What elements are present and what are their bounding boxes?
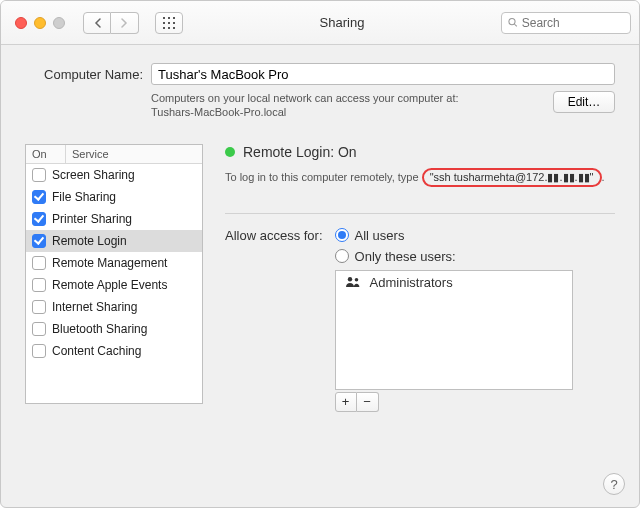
forward-button[interactable]: [111, 12, 139, 34]
svg-rect-1: [168, 17, 170, 19]
col-on: On: [26, 145, 66, 163]
allow-access-label: Allow access for:: [225, 228, 323, 243]
close-icon[interactable]: [15, 17, 27, 29]
people-icon: [344, 276, 362, 288]
service-checkbox[interactable]: [32, 278, 46, 292]
search-field[interactable]: [501, 12, 631, 34]
service-row[interactable]: Internet Sharing: [26, 296, 202, 318]
service-checkbox[interactable]: [32, 212, 46, 226]
add-user-button[interactable]: +: [335, 392, 357, 412]
service-name: File Sharing: [52, 190, 116, 204]
service-row[interactable]: Remote Apple Events: [26, 274, 202, 296]
login-instruction: To log in to this computer remotely, typ…: [225, 168, 615, 187]
radio-only-these-label: Only these users:: [355, 249, 456, 264]
grid-icon: [163, 17, 175, 29]
service-row[interactable]: Printer Sharing: [26, 208, 202, 230]
zoom-icon: [53, 17, 65, 29]
svg-rect-4: [168, 22, 170, 24]
computer-name-input[interactable]: [151, 63, 615, 85]
service-name: Screen Sharing: [52, 168, 135, 182]
show-all-button[interactable]: [155, 12, 183, 34]
subtext-line2: Tushars-MacBook-Pro.local: [151, 105, 553, 119]
service-row[interactable]: Screen Sharing: [26, 164, 202, 186]
remove-user-button[interactable]: −: [357, 392, 379, 412]
service-name: Bluetooth Sharing: [52, 322, 147, 336]
service-row[interactable]: Bluetooth Sharing: [26, 318, 202, 340]
traffic-lights: [15, 17, 65, 29]
service-row[interactable]: Content Caching: [26, 340, 202, 362]
svg-rect-5: [173, 22, 175, 24]
status-led-icon: [225, 147, 235, 157]
computer-name-row: Computer Name:: [25, 63, 615, 85]
service-name: Internet Sharing: [52, 300, 137, 314]
service-checkbox[interactable]: [32, 322, 46, 336]
nav-back-forward: [83, 12, 139, 34]
svg-line-10: [514, 24, 516, 26]
computer-name-subtext: Computers on your local network can acce…: [151, 91, 615, 120]
ssh-command: "ssh tusharmehta@172.▮▮.▮▮.▮▮": [422, 168, 602, 187]
login-suffix: .: [602, 171, 605, 183]
radio-only-these[interactable]: Only these users:: [335, 249, 573, 264]
service-checkbox[interactable]: [32, 190, 46, 204]
service-checkbox[interactable]: [32, 344, 46, 358]
col-service: Service: [66, 145, 202, 163]
edit-button[interactable]: Edit…: [553, 91, 615, 113]
service-name: Remote Apple Events: [52, 278, 167, 292]
login-prefix: To log in to this computer remotely, typ…: [225, 171, 422, 183]
svg-rect-3: [163, 22, 165, 24]
list-item[interactable]: Administrators: [336, 271, 572, 294]
service-row[interactable]: Remote Management: [26, 252, 202, 274]
titlebar: Sharing: [1, 1, 639, 45]
service-checkbox[interactable]: [32, 300, 46, 314]
radio-all-users-input[interactable]: [335, 228, 349, 242]
svg-rect-8: [173, 27, 175, 29]
radio-all-users[interactable]: All users: [335, 228, 573, 243]
user-name: Administrators: [370, 275, 453, 290]
services-header: On Service: [26, 145, 202, 164]
back-button[interactable]: [83, 12, 111, 34]
svg-point-9: [509, 19, 515, 25]
content: Computer Name: Computers on your local n…: [1, 45, 639, 424]
search-input[interactable]: [522, 16, 624, 30]
svg-point-12: [354, 278, 358, 282]
service-row[interactable]: File Sharing: [26, 186, 202, 208]
service-row[interactable]: Remote Login: [26, 230, 202, 252]
minimize-icon[interactable]: [34, 17, 46, 29]
sharing-window: Sharing Computer Name: Computers on your…: [0, 0, 640, 508]
service-checkbox[interactable]: [32, 256, 46, 270]
radio-only-these-input[interactable]: [335, 249, 349, 263]
service-name: Remote Management: [52, 256, 167, 270]
allow-access-row: Allow access for: All users Only these u…: [225, 228, 615, 412]
svg-rect-2: [173, 17, 175, 19]
detail-panel: Remote Login: On To log in to this compu…: [225, 144, 615, 412]
svg-rect-7: [168, 27, 170, 29]
services-body: Screen SharingFile SharingPrinter Sharin…: [26, 164, 202, 403]
services-table: On Service Screen SharingFile SharingPri…: [25, 144, 203, 404]
svg-rect-0: [163, 17, 165, 19]
service-checkbox[interactable]: [32, 234, 46, 248]
help-button[interactable]: ?: [603, 473, 625, 495]
status-line: Remote Login: On: [225, 144, 615, 160]
users-listbox[interactable]: Administrators: [335, 270, 573, 390]
computer-name-label: Computer Name:: [25, 67, 143, 82]
separator: [225, 213, 615, 214]
status-title: Remote Login: On: [243, 144, 357, 160]
svg-point-11: [347, 277, 351, 281]
radio-all-users-label: All users: [355, 228, 405, 243]
window-title: Sharing: [191, 15, 493, 30]
add-remove-controls: + −: [335, 392, 573, 412]
service-name: Content Caching: [52, 344, 141, 358]
service-checkbox[interactable]: [32, 168, 46, 182]
service-name: Remote Login: [52, 234, 127, 248]
service-name: Printer Sharing: [52, 212, 132, 226]
svg-rect-6: [163, 27, 165, 29]
search-icon: [508, 17, 518, 28]
subtext-line1: Computers on your local network can acce…: [151, 91, 553, 105]
